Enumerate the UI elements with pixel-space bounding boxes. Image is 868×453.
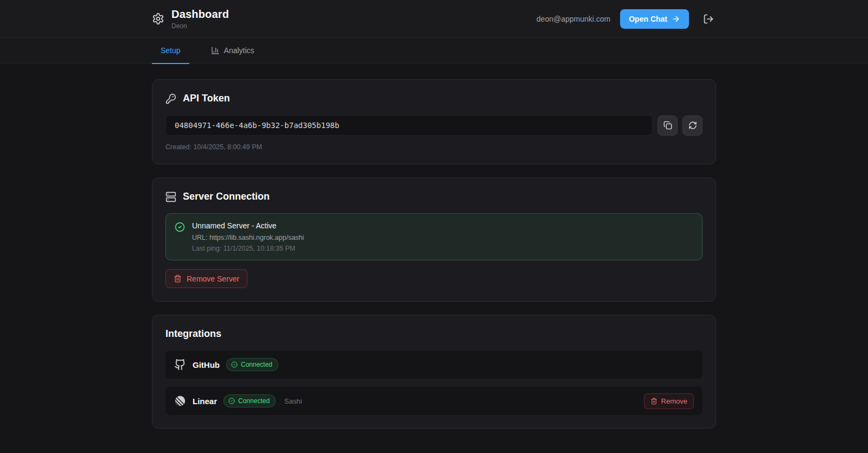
remove-server-button[interactable]: Remove Server [165, 269, 247, 288]
status-badge-label: Connected [241, 361, 272, 368]
integrations-title: Integrations [165, 328, 221, 340]
main-content: API Token Created: 10/4/2025, 8:00:49 PM… [152, 63, 716, 446]
gear-icon [152, 12, 164, 25]
tab-analytics[interactable]: Analytics [202, 38, 263, 64]
regenerate-token-button[interactable] [682, 116, 703, 136]
integration-detail: Sashi [284, 397, 302, 405]
tab-setup[interactable]: Setup [152, 38, 189, 64]
integration-name: GitHub [193, 360, 220, 369]
server-status-box: Unnamed Server - Active URL: https://lib… [165, 213, 703, 260]
tab-setup-label: Setup [161, 46, 181, 55]
remove-server-label: Remove Server [187, 275, 239, 283]
integration-row-linear: Linear Connected Sashi Remove [165, 387, 703, 415]
key-icon [165, 93, 176, 104]
server-last-ping: Last ping: 11/1/2025, 10:18:35 PM [192, 245, 304, 252]
api-token-title: API Token [183, 93, 230, 104]
integrations-card: Integrations GitHub Connected [152, 315, 716, 429]
remove-integration-label: Remove [661, 397, 687, 405]
status-badge: Connected [224, 394, 276, 407]
badge-check-icon [228, 398, 235, 404]
tab-bar: Setup Analytics [0, 38, 868, 63]
user-email: deon@appmunki.com [537, 15, 610, 23]
app-header: Dashboard Deon deon@appmunki.com Open Ch… [0, 0, 868, 38]
api-token-input[interactable] [165, 115, 653, 136]
server-status-title: Unnamed Server - Active [192, 221, 304, 230]
status-badge-label: Connected [238, 397, 270, 405]
bar-chart-icon [211, 46, 220, 55]
status-badge: Connected [226, 358, 278, 371]
integration-row-github: GitHub Connected [165, 350, 703, 379]
tab-analytics-label: Analytics [224, 46, 254, 55]
check-circle-icon [175, 222, 185, 232]
copy-token-button[interactable] [658, 116, 678, 136]
arrow-right-icon [672, 15, 680, 23]
trash-icon [650, 398, 658, 405]
integration-name: Linear [193, 397, 217, 406]
title-block: Dashboard Deon [171, 8, 229, 30]
github-icon [174, 359, 186, 371]
page-title: Dashboard [171, 8, 229, 21]
badge-check-icon [231, 361, 238, 368]
api-token-card: API Token Created: 10/4/2025, 8:00:49 PM [152, 79, 716, 164]
server-url: URL: https://lib.sashi.ngrok.app/sashi [192, 234, 304, 241]
linear-icon [174, 395, 186, 407]
remove-integration-button[interactable]: Remove [644, 393, 694, 409]
page-subtitle: Deon [171, 22, 229, 30]
logout-icon [703, 14, 714, 24]
logout-button[interactable] [701, 11, 716, 27]
open-chat-button[interactable]: Open Chat [620, 9, 689, 29]
open-chat-label: Open Chat [629, 15, 667, 23]
trash-icon [174, 275, 182, 283]
server-connection-card: Server Connection Unnamed Server - Activ… [152, 177, 716, 302]
server-icon [165, 192, 176, 202]
refresh-icon [688, 121, 697, 130]
server-connection-title: Server Connection [183, 191, 270, 202]
token-created-text: Created: 10/4/2025, 8:00:49 PM [165, 143, 703, 151]
copy-icon [663, 121, 672, 130]
